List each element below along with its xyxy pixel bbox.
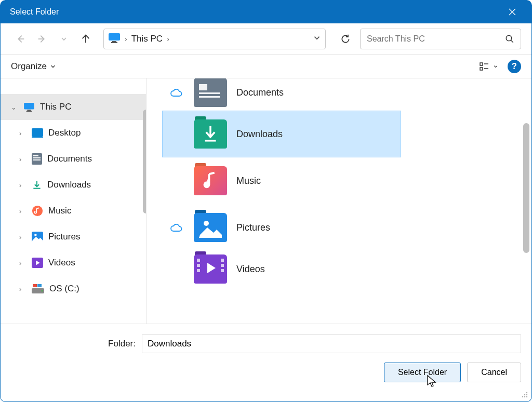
svg-rect-0	[109, 33, 120, 41]
cloud-icon	[170, 88, 182, 97]
monitor-icon	[108, 33, 121, 45]
svg-rect-15	[33, 157, 41, 158]
tree-label: Music	[48, 206, 71, 216]
arrow-left-icon	[15, 33, 26, 45]
svg-point-28	[204, 221, 209, 226]
svg-rect-11	[32, 128, 43, 137]
cancel-button[interactable]: Cancel	[467, 363, 521, 382]
svg-rect-4	[480, 63, 483, 65]
tree-item-videos[interactable]: › Videos	[1, 250, 146, 276]
back-button[interactable]	[11, 30, 30, 48]
resize-grip-icon[interactable]	[520, 390, 528, 398]
chevron-right-icon: ›	[19, 259, 26, 267]
svg-rect-26	[199, 92, 220, 94]
videos-icon	[32, 258, 43, 268]
tree-item-documents[interactable]: › Documents	[1, 146, 146, 172]
chevron-right-icon: ›	[19, 181, 26, 189]
svg-rect-22	[33, 284, 37, 287]
music-icon	[32, 205, 43, 217]
chevron-right-icon: ›	[19, 207, 26, 215]
svg-rect-1	[112, 41, 116, 42]
recent-dropdown[interactable]	[55, 30, 73, 48]
close-icon	[508, 8, 516, 16]
tree-item-downloads[interactable]: › Downloads	[1, 172, 146, 198]
svg-rect-34	[221, 269, 224, 272]
tree-item-pictures[interactable]: › Pictures	[1, 224, 146, 250]
svg-rect-27	[199, 96, 220, 98]
tree-item-music[interactable]: › Music	[1, 198, 146, 224]
close-button[interactable]	[500, 1, 524, 23]
search-input[interactable]	[367, 34, 505, 44]
breadcrumb-separator: ›	[167, 35, 169, 43]
title-bar: Select Folder	[1, 1, 531, 23]
help-button[interactable]: ?	[508, 60, 521, 73]
folder-item-downloads[interactable]: Downloads	[162, 111, 401, 157]
address-bar[interactable]: › This PC ›	[103, 29, 326, 49]
svg-point-39	[524, 396, 525, 397]
breadcrumb-separator: ›	[125, 35, 127, 43]
toolbar: Organize ?	[1, 55, 531, 78]
folder-item-documents[interactable]: Documents	[162, 78, 521, 111]
svg-rect-9	[27, 110, 31, 111]
svg-rect-31	[197, 269, 200, 272]
view-icon	[480, 62, 491, 71]
downloads-icon	[32, 180, 42, 190]
tree-label: Pictures	[48, 232, 80, 242]
chevron-down-icon	[493, 64, 498, 69]
folder-field-label: Folder:	[11, 339, 136, 349]
folder-item-music[interactable]: Music	[162, 157, 521, 204]
arrow-up-icon	[80, 33, 91, 45]
svg-point-37	[526, 394, 527, 395]
select-folder-button[interactable]: Select Folder	[384, 363, 461, 382]
breadcrumb-location[interactable]: This PC	[131, 34, 163, 44]
svg-rect-8	[24, 103, 34, 110]
folder-item-videos[interactable]: Videos	[162, 251, 521, 287]
videos-folder-icon	[194, 254, 227, 284]
svg-point-38	[522, 396, 523, 397]
footer-bar: Folder: Select Folder Cancel	[1, 324, 531, 401]
svg-point-24	[42, 290, 43, 292]
button-label: Cancel	[481, 368, 507, 377]
forward-button[interactable]	[33, 30, 51, 48]
svg-point-36	[524, 394, 525, 395]
folder-item-pictures[interactable]: Pictures	[162, 204, 521, 251]
svg-rect-16	[33, 159, 41, 160]
folder-label: Downloads	[236, 129, 283, 140]
tree-label: Downloads	[47, 180, 91, 190]
svg-rect-32	[221, 259, 224, 262]
main-body: ⌄ This PC › Desktop › Documents › Downlo…	[1, 78, 531, 324]
svg-rect-10	[26, 111, 32, 112]
tree-item-os-drive[interactable]: › OS (C:)	[1, 276, 146, 302]
tree-item-desktop[interactable]: › Desktop	[1, 120, 146, 146]
folder-label: Pictures	[236, 222, 270, 233]
svg-rect-29	[197, 259, 200, 262]
svg-rect-12	[32, 137, 43, 138]
folder-list: Documents Downloads Music	[147, 78, 531, 324]
search-box[interactable]	[360, 29, 521, 49]
folder-name-input[interactable]	[142, 334, 521, 353]
organize-label: Organize	[11, 61, 47, 72]
address-dropdown[interactable]	[313, 34, 321, 44]
chevron-right-icon: ›	[19, 155, 26, 163]
svg-rect-2	[111, 42, 117, 43]
navigation-bar: › This PC ›	[1, 23, 531, 55]
sidebar-scrollbar[interactable]	[143, 110, 146, 213]
chevron-down-icon	[50, 63, 56, 70]
content-scrollbar[interactable]	[523, 123, 529, 253]
svg-rect-14	[33, 155, 38, 156]
tree-item-this-pc[interactable]: ⌄ This PC	[1, 94, 146, 120]
cloud-icon	[170, 223, 182, 232]
folder-label: Music	[236, 176, 261, 186]
chevron-down-icon	[313, 34, 321, 42]
up-button[interactable]	[76, 30, 95, 48]
view-options-button[interactable]	[480, 62, 498, 71]
svg-point-19	[34, 234, 37, 236]
arrow-right-icon	[36, 33, 48, 45]
svg-rect-23	[37, 284, 42, 287]
organize-menu[interactable]: Organize	[11, 61, 56, 72]
svg-rect-13	[32, 153, 42, 165]
refresh-button[interactable]	[334, 29, 357, 49]
chevron-down-icon	[60, 35, 68, 43]
pictures-folder-icon	[194, 213, 227, 242]
drive-icon	[32, 284, 44, 293]
